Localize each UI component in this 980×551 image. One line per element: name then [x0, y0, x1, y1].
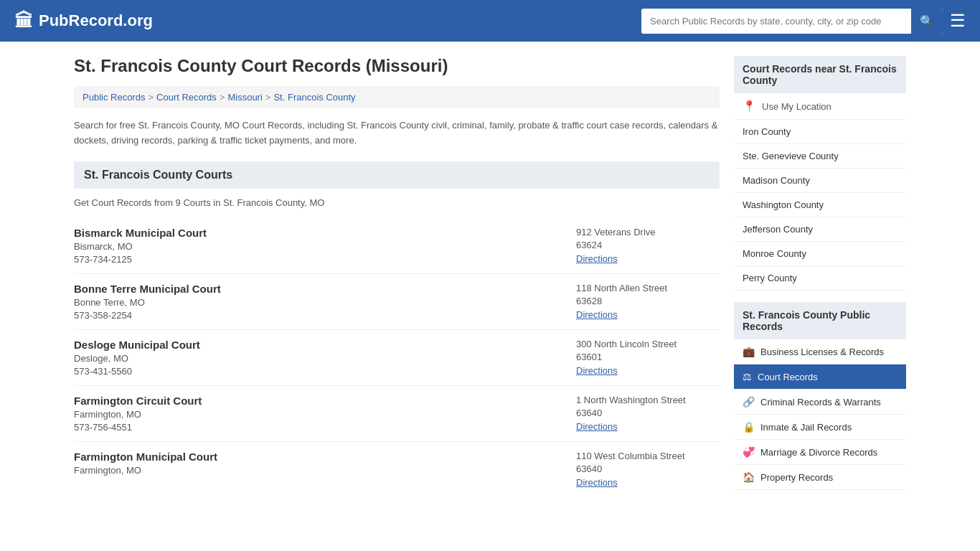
- court-zip-1: 63628: [576, 296, 720, 306]
- court-left-3: Farmington Circuit Court Farmington, MO …: [74, 395, 202, 433]
- sidebar: Court Records near St. Francois County 📍…: [734, 56, 906, 496]
- record-link-4[interactable]: 💞 Marriage & Divorce Records: [734, 440, 906, 464]
- court-city-0: Bismarck, MO: [74, 241, 207, 252]
- court-city-2: Desloge, MO: [74, 353, 200, 364]
- record-icon-2: 🔗: [743, 396, 755, 408]
- sidebar-record-4[interactable]: 💞 Marriage & Divorce Records: [734, 440, 906, 465]
- record-link-0[interactable]: 💼 Business Licenses & Records: [734, 339, 906, 364]
- directions-link-4[interactable]: Directions: [576, 477, 618, 488]
- sidebar-county-1[interactable]: Ste. Genevieve County: [734, 144, 906, 169]
- breadcrumb-sep-3: >: [265, 92, 271, 103]
- sidebar-nearby-title: Court Records near St. Francois County: [734, 56, 906, 93]
- county-link-4[interactable]: Jefferson County: [734, 217, 906, 241]
- courts-list: Bismarck Municipal Court Bismarck, MO 57…: [74, 218, 720, 496]
- court-name-4: Farmington Municipal Court: [74, 451, 217, 463]
- main-container: St. Francois County Court Records (Misso…: [60, 42, 920, 511]
- court-address-0: 912 Veterans Drive: [576, 227, 720, 237]
- court-directions-3[interactable]: Directions: [576, 420, 720, 432]
- sidebar-county-0[interactable]: Iron County: [734, 120, 906, 144]
- court-name-2: Desloge Municipal Court: [74, 339, 200, 351]
- court-city-1: Bonne Terre, MO: [74, 297, 221, 308]
- record-link-3[interactable]: 🔒 Inmate & Jail Records: [734, 415, 906, 439]
- sidebar-county-5[interactable]: Monroe County: [734, 242, 906, 266]
- county-link-6[interactable]: Perry County: [734, 266, 906, 290]
- record-icon-3: 🔒: [743, 421, 755, 433]
- record-icon-0: 💼: [743, 346, 755, 357]
- breadcrumb-public-records[interactable]: Public Records: [83, 92, 145, 103]
- county-link-1[interactable]: Ste. Genevieve County: [734, 144, 906, 168]
- court-right-2: 300 North Lincoln Street 63601 Direction…: [576, 339, 720, 377]
- section-header: St. Francois County Courts: [74, 161, 720, 189]
- court-zip-2: 63601: [576, 352, 720, 362]
- court-directions-4[interactable]: Directions: [576, 476, 720, 488]
- use-location-label: Use My Location: [762, 101, 831, 112]
- logo-text: PubRecord.org: [39, 11, 153, 30]
- court-zip-4: 63640: [576, 463, 720, 474]
- court-left-4: Farmington Municipal Court Farmington, M…: [74, 451, 217, 488]
- court-phone-0: 573-734-2125: [74, 254, 207, 265]
- court-left-1: Bonne Terre Municipal Court Bonne Terre,…: [74, 283, 221, 321]
- court-entry: Farmington Municipal Court Farmington, M…: [74, 442, 720, 496]
- search-bar: 🔍: [641, 9, 943, 34]
- court-right-4: 110 West Columbia Street 63640 Direction…: [576, 451, 720, 488]
- county-link-2[interactable]: Madison County: [734, 169, 906, 192]
- court-name-0: Bismarck Municipal Court: [74, 227, 207, 239]
- sidebar-records-title: St. Francois County Public Records: [734, 302, 906, 339]
- court-phone-2: 573-431-5560: [74, 366, 200, 377]
- sidebar-record-1[interactable]: ⚖ Court Records: [734, 364, 906, 390]
- court-zip-3: 63640: [576, 408, 720, 418]
- sidebar-county-4[interactable]: Jefferson County: [734, 217, 906, 242]
- directions-link-0[interactable]: Directions: [576, 253, 618, 264]
- sidebar-record-0[interactable]: 💼 Business Licenses & Records: [734, 339, 906, 364]
- sidebar-records-list: 💼 Business Licenses & Records ⚖ Court Re…: [734, 339, 906, 490]
- court-address-1: 118 North Allen Street: [576, 283, 720, 293]
- record-link-2[interactable]: 🔗 Criminal Records & Warrants: [734, 390, 906, 414]
- page-title: St. Francois County Court Records (Misso…: [74, 56, 720, 76]
- court-entry: Bonne Terre Municipal Court Bonne Terre,…: [74, 274, 720, 330]
- directions-link-1[interactable]: Directions: [576, 309, 618, 320]
- court-directions-1[interactable]: Directions: [576, 309, 720, 320]
- breadcrumb-county[interactable]: St. Francois County: [273, 92, 355, 103]
- county-link-0[interactable]: Iron County: [734, 120, 906, 143]
- county-link-5[interactable]: Monroe County: [734, 242, 906, 265]
- sidebar-use-location[interactable]: 📍 Use My Location: [734, 93, 906, 120]
- menu-button[interactable]: ☰: [950, 11, 966, 31]
- breadcrumb-court-records[interactable]: Court Records: [156, 92, 217, 103]
- court-entry: Desloge Municipal Court Desloge, MO 573-…: [74, 330, 720, 386]
- page-description: Search for free St. Francois County, MO …: [74, 118, 720, 149]
- use-location-link[interactable]: 📍 Use My Location: [734, 93, 906, 119]
- county-link-3[interactable]: Washington County: [734, 193, 906, 217]
- record-link-1[interactable]: ⚖ Court Records: [734, 364, 906, 389]
- court-right-0: 912 Veterans Drive 63624 Directions: [576, 227, 720, 265]
- search-input[interactable]: [641, 10, 911, 32]
- directions-link-2[interactable]: Directions: [576, 365, 618, 376]
- sidebar-record-3[interactable]: 🔒 Inmate & Jail Records: [734, 415, 906, 440]
- section-sub: Get Court Records from 9 Courts in St. F…: [74, 197, 720, 208]
- location-icon: 📍: [743, 100, 756, 113]
- site-header: 🏛 PubRecord.org 🔍 ☰: [0, 0, 980, 42]
- court-address-2: 300 North Lincoln Street: [576, 339, 720, 349]
- sidebar-county-3[interactable]: Washington County: [734, 193, 906, 217]
- content-area: St. Francois County Court Records (Misso…: [74, 56, 720, 496]
- record-link-5[interactable]: 🏠 Property Records: [734, 465, 906, 489]
- court-directions-0[interactable]: Directions: [576, 253, 720, 264]
- record-icon-5: 🏠: [743, 471, 755, 483]
- court-zip-0: 63624: [576, 240, 720, 250]
- logo-icon: 🏛: [14, 10, 33, 32]
- site-logo[interactable]: 🏛 PubRecord.org: [14, 10, 153, 32]
- court-entry: Bismarck Municipal Court Bismarck, MO 57…: [74, 218, 720, 274]
- court-entry: Farmington Circuit Court Farmington, MO …: [74, 386, 720, 442]
- court-city-4: Farmington, MO: [74, 465, 217, 476]
- search-button[interactable]: 🔍: [911, 9, 943, 34]
- court-left-0: Bismarck Municipal Court Bismarck, MO 57…: [74, 227, 207, 265]
- sidebar-county-2[interactable]: Madison County: [734, 169, 906, 193]
- court-directions-2[interactable]: Directions: [576, 364, 720, 376]
- sidebar-record-2[interactable]: 🔗 Criminal Records & Warrants: [734, 390, 906, 415]
- court-address-3: 1 North Washington Street: [576, 395, 720, 405]
- breadcrumb-missouri[interactable]: Missouri: [227, 92, 262, 103]
- sidebar-county-6[interactable]: Perry County: [734, 266, 906, 291]
- record-label-4: Marriage & Divorce Records: [760, 447, 877, 458]
- directions-link-3[interactable]: Directions: [576, 421, 618, 432]
- court-name-3: Farmington Circuit Court: [74, 395, 202, 407]
- sidebar-record-5[interactable]: 🏠 Property Records: [734, 465, 906, 490]
